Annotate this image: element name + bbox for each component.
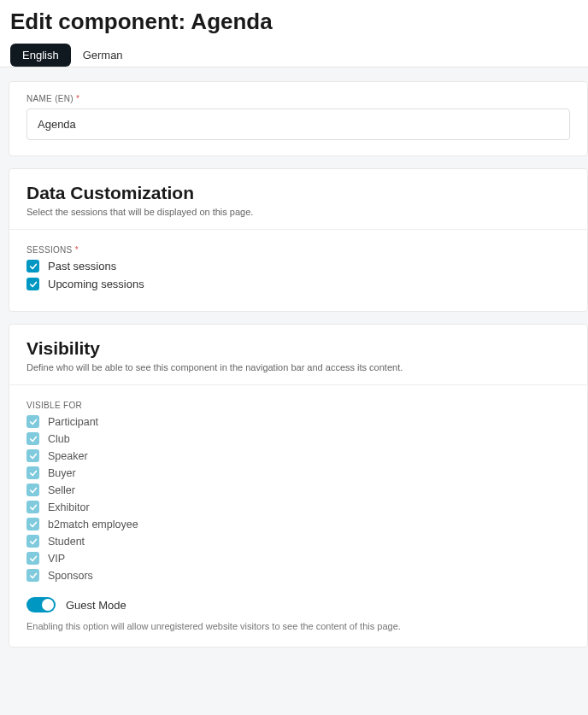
check-icon <box>29 435 38 443</box>
check-icon <box>29 503 38 512</box>
label-participant: Participant <box>48 416 98 428</box>
visible-for-label: VISIBLE FOR <box>26 401 570 410</box>
check-icon <box>29 554 38 563</box>
checkbox-participant[interactable] <box>26 415 39 428</box>
check-icon <box>29 571 38 580</box>
label-exhibitor: Exhibitor <box>48 501 90 513</box>
check-icon <box>29 537 38 546</box>
guest-mode-label: Guest Mode <box>66 599 126 612</box>
data-customization-card: Data Customization Select the sessions t… <box>9 168 588 312</box>
language-tabs: English German <box>10 44 578 67</box>
visibility-desc: Define who will be able to see this comp… <box>26 362 570 372</box>
page-title: Edit component: Agenda <box>10 9 578 35</box>
name-card: NAME (EN) * <box>9 81 588 156</box>
data-customization-title: Data Customization <box>26 183 570 203</box>
visibility-title: Visibility <box>26 338 570 359</box>
tab-english[interactable]: English <box>10 44 71 67</box>
tab-german[interactable]: German <box>71 44 135 67</box>
label-student: Student <box>48 536 85 548</box>
check-icon <box>29 452 38 460</box>
checkbox-club[interactable] <box>26 432 39 445</box>
label-speaker: Speaker <box>48 450 88 462</box>
label-vip: VIP <box>48 553 65 565</box>
check-icon <box>29 469 38 478</box>
check-icon <box>29 418 38 426</box>
name-input[interactable] <box>26 108 570 140</box>
guest-mode-toggle[interactable] <box>26 597 56 612</box>
label-b2match-employee: b2match employee <box>48 519 138 530</box>
check-icon <box>29 486 38 495</box>
label-buyer: Buyer <box>48 467 76 479</box>
label-past-sessions: Past sessions <box>48 260 116 273</box>
checkbox-student[interactable] <box>26 535 39 548</box>
label-sponsors: Sponsors <box>48 570 93 582</box>
check-icon <box>29 262 38 271</box>
checkbox-sponsors[interactable] <box>26 569 39 582</box>
checkbox-b2match-employee[interactable] <box>26 518 39 530</box>
check-icon <box>29 520 38 529</box>
visibility-card: Visibility Define who will be able to se… <box>9 324 588 648</box>
checkbox-speaker[interactable] <box>26 449 39 462</box>
name-label: NAME (EN) * <box>26 94 570 103</box>
checkbox-upcoming-sessions[interactable] <box>26 278 39 290</box>
guest-mode-note: Enabling this option will allow unregist… <box>26 621 570 631</box>
checkbox-buyer[interactable] <box>26 466 39 479</box>
check-icon <box>29 280 38 289</box>
checkbox-past-sessions[interactable] <box>26 260 39 273</box>
label-club: Club <box>48 433 70 445</box>
sessions-label: SESSIONS * <box>26 245 570 255</box>
data-customization-desc: Select the sessions that will be display… <box>26 207 570 217</box>
checkbox-seller[interactable] <box>26 484 39 496</box>
label-seller: Seller <box>48 484 75 496</box>
checkbox-exhibitor[interactable] <box>26 501 39 513</box>
label-upcoming-sessions: Upcoming sessions <box>48 278 144 290</box>
checkbox-vip[interactable] <box>26 552 39 565</box>
